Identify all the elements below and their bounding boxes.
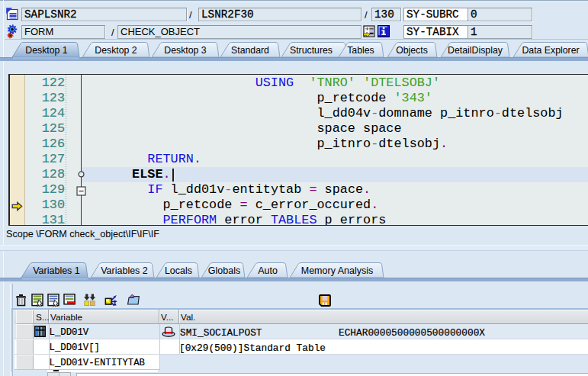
svg-text:Standard: Standard [231,45,269,56]
svg-text:Data Explorer: Data Explorer [522,45,579,56]
svg-text:Desktop 2: Desktop 2 [95,45,137,56]
svg-text:Variables 1: Variables 1 [33,265,80,276]
svg-text:Globals: Globals [208,265,240,276]
svg-text:Locals: Locals [165,265,192,276]
svg-text:Structures: Structures [290,45,333,56]
svg-text:Desktop 3: Desktop 3 [164,45,207,56]
svg-text:Memory Analysis: Memory Analysis [301,265,373,276]
svg-text:Variables 2: Variables 2 [101,265,148,276]
svg-text:Objects: Objects [396,45,428,56]
svg-text:DetailDisplay: DetailDisplay [448,45,503,56]
svg-text:Auto: Auto [258,265,278,276]
svg-text:Desktop 1: Desktop 1 [25,45,68,56]
svg-text:Tables: Tables [347,45,374,56]
